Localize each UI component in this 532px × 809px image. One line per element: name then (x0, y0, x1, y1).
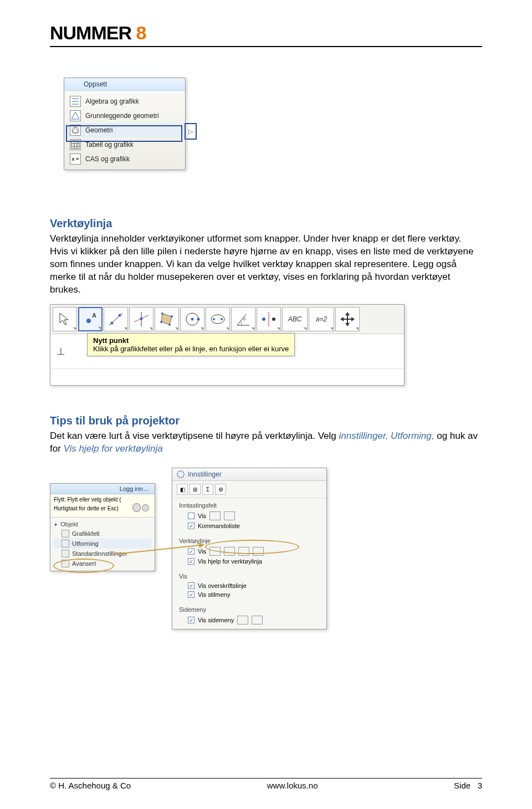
tool-polygon[interactable] (155, 307, 179, 331)
page-footer: © H. Aschehoug & Co www.lokus.no Side 3 (50, 778, 482, 790)
screenshot-perspectives: Oppsett Algebra og grafikk Grunnleggende… (64, 78, 482, 199)
tool-ellipse[interactable] (206, 307, 230, 331)
svg-point-22 (168, 324, 171, 326)
svg-point-29 (221, 318, 223, 320)
tree-utforming[interactable]: Utforming (54, 539, 151, 549)
heading-tips: Tips til bruk på projektor (50, 414, 482, 427)
gear-icon (177, 470, 185, 478)
menu-item-algebra[interactable]: Algebra og grafikk (64, 94, 185, 109)
tab-icon[interactable]: Σ (202, 484, 213, 495)
highlight-expander: ▷ (185, 123, 197, 140)
svg-point-20 (161, 313, 163, 315)
checkbox-checked[interactable] (188, 617, 195, 623)
menu-item-basic-geom[interactable]: Grunnleggende geometri (64, 109, 185, 123)
perspectives-menu: Oppsett Algebra og grafikk Grunnleggende… (64, 78, 186, 170)
abc-label: ABC (288, 315, 302, 323)
svg-text:A: A (92, 312, 96, 319)
chevron-right-icon: ▷ (188, 128, 193, 135)
screenshot-innstillinger-panel: Innstillinger ◧⊞Σ⚙ Inntastingsfelt Vis K… (172, 468, 327, 630)
ital-utforming: Utforming, (391, 431, 434, 441)
tool-reflect[interactable] (257, 307, 281, 331)
innstillinger-header: Innstillinger (172, 468, 326, 481)
svg-point-18 (140, 317, 143, 320)
tool-new-point[interactable]: A (78, 307, 103, 331)
tab-icon[interactable]: ⊞ (190, 484, 201, 495)
menu-label: Tabell og grafikk (85, 141, 134, 149)
footer-copyright: © H. Aschehoug & Co (50, 781, 131, 790)
tree-grafikkfelt[interactable]: Grafikkfelt (54, 529, 151, 539)
login-header[interactable]: Logg inn… (50, 484, 155, 494)
screenshot-settings-group: Logg inn… Flytt: Flytt eller velg objekt… (50, 468, 482, 612)
position-button[interactable] (224, 511, 235, 520)
tool-perpendicular[interactable] (129, 307, 154, 331)
svg-text:α: α (243, 316, 245, 321)
footer-page: Side 3 (454, 781, 482, 790)
svg-point-33 (272, 318, 275, 321)
svg-point-15 (119, 314, 121, 316)
toolbar: A α ABC a=2 (50, 305, 404, 334)
svg-rect-6 (71, 141, 79, 149)
checkbox-checked[interactable] (188, 582, 195, 589)
svg-marker-3 (71, 112, 79, 119)
axis-icon: ⊥ (54, 337, 68, 365)
ital-vishjelp: Vis hjelp for verktøylinja (64, 443, 163, 454)
position-button[interactable] (209, 511, 221, 520)
checkbox-checked[interactable] (188, 523, 195, 529)
section-vis: Vis (179, 571, 320, 581)
gear-icons[interactable] (132, 503, 149, 515)
section-sidemeny: Sidemeny (179, 605, 320, 615)
innstillinger-tabs: ◧⊞Σ⚙ (172, 481, 326, 499)
tool-text[interactable]: ABC (282, 307, 308, 331)
position-button[interactable] (224, 547, 235, 556)
logo-text: NUMMER (50, 22, 136, 43)
svg-point-32 (262, 318, 265, 321)
tool-line[interactable] (104, 307, 128, 331)
svg-point-23 (160, 321, 162, 323)
svg-marker-19 (161, 314, 172, 325)
tool-move-view[interactable] (335, 307, 360, 331)
logo-accent: 8 (136, 22, 146, 43)
svg-point-25 (191, 318, 194, 320)
tree-standard[interactable]: Standardinnstillinger (54, 549, 151, 559)
list-icon (70, 96, 81, 107)
menu-label: Grunnleggende geometri (85, 112, 159, 120)
ital-innstillinger: innstillinger, (339, 431, 388, 441)
tree-avansert[interactable]: Avansert (54, 559, 151, 569)
menu-item-cas[interactable]: x = CAS og grafikk (64, 152, 185, 166)
heading-verktoylinja: Verktøylinja (50, 217, 482, 230)
section-inntasting: Inntastingsfelt (179, 500, 320, 510)
tab-icon[interactable]: ⚙ (215, 484, 226, 495)
tool-move[interactable] (53, 307, 77, 331)
highlight-selected-item (66, 125, 182, 142)
screenshot-toolbar: A α ABC a=2 ⊥ Nytt punkt Klikk på grafik… (50, 304, 405, 386)
paragraph-tips: Det kan være lurt å vise verktøytipsene … (50, 430, 482, 455)
checkbox-checked[interactable] (188, 548, 195, 555)
tool-angle[interactable]: α (231, 307, 255, 331)
menu-header: Oppsett (64, 78, 185, 91)
triangle-icon (70, 110, 81, 121)
menu-label: Algebra og grafikk (85, 98, 139, 105)
tooltip-title: Nytt punkt (93, 336, 289, 345)
tool-slider[interactable]: a=2 (309, 307, 334, 331)
checkbox-checked[interactable] (188, 591, 195, 598)
tool-circle[interactable] (180, 307, 204, 331)
header-logo: NUMMER 8 (50, 0, 482, 47)
tab-icon[interactable]: ◧ (177, 484, 188, 495)
position-button[interactable] (238, 547, 249, 556)
footer-url: www.lokus.no (267, 781, 318, 790)
position-button[interactable] (253, 547, 264, 556)
tooltip-body: Klikk på grafikkfeltet eller på ei linje… (93, 345, 289, 353)
menu-label: CAS og grafikk (85, 155, 130, 163)
options-tree: ▸Objekt Grafikkfelt Utforming Standardin… (50, 518, 155, 571)
svg-point-21 (171, 315, 173, 318)
checkbox[interactable] (188, 513, 195, 519)
screenshot-options-tree: Logg inn… Flytt: Flytt eller velg objekt… (50, 483, 155, 571)
position-button[interactable] (209, 547, 221, 556)
paragraph-verktoylinja: Verktøylinja inneholder verktøyikoner ut… (50, 233, 482, 296)
a2-label: a=2 (316, 315, 327, 323)
position-button[interactable] (252, 616, 263, 624)
header-rule (50, 46, 482, 47)
checkbox-checked[interactable] (188, 558, 195, 565)
position-button[interactable] (237, 616, 248, 624)
tooltip: Nytt punkt Klikk på grafikkfeltet eller … (87, 333, 295, 356)
